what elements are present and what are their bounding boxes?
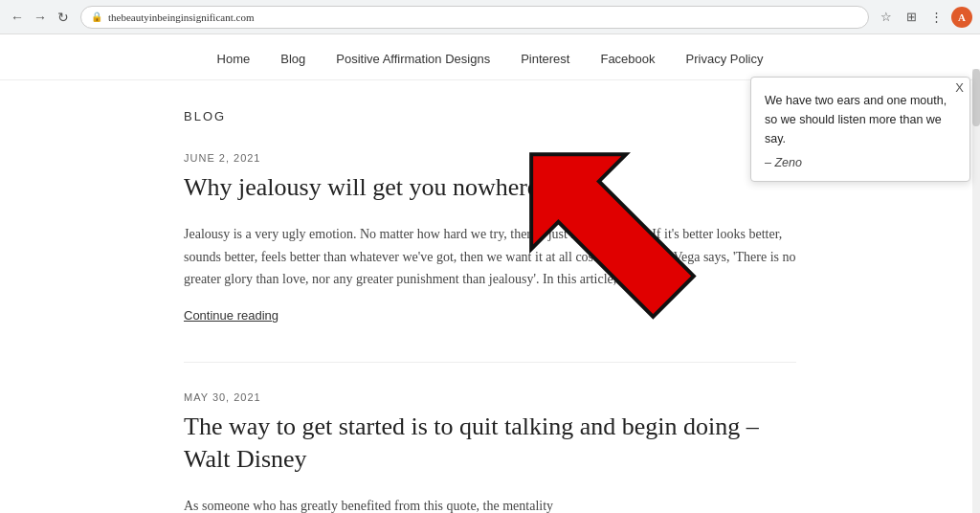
continue-reading-link[interactable]: Continue reading bbox=[184, 308, 278, 323]
nav-pinterest[interactable]: Pinterest bbox=[521, 52, 569, 66]
url-text: thebeautyinbeinginsignificant.com bbox=[108, 11, 254, 23]
quote-popup: X We have two ears and one mouth, so we … bbox=[750, 77, 970, 182]
lock-icon: 🔒 bbox=[91, 11, 102, 22]
post-divider bbox=[184, 362, 796, 363]
post-2-excerpt: As someone who has greatly benefited fro… bbox=[184, 495, 796, 513]
scrollbar-thumb[interactable] bbox=[972, 69, 980, 126]
nav-affirmations[interactable]: Positive Affirmation Designs bbox=[336, 52, 490, 66]
main-nav: Home Blog Positive Affirmation Designs P… bbox=[0, 34, 980, 80]
popup-attribution: – Zeno bbox=[765, 156, 956, 169]
post-1-title: Why jealousy will get you nowhere in lif… bbox=[184, 171, 796, 204]
popup-close-button[interactable]: X bbox=[955, 81, 964, 94]
browser-actions: ☆ ⊞ ⋮ A bbox=[877, 7, 972, 28]
post-2: MAY 30, 2021 The way to get started is t… bbox=[184, 391, 796, 513]
nav-privacy[interactable]: Privacy Policy bbox=[686, 52, 764, 66]
nav-home[interactable]: Home bbox=[217, 52, 251, 66]
nav-facebook[interactable]: Facebook bbox=[600, 52, 655, 66]
main-content: BLOG JUNE 2, 2021 Why jealousy will get … bbox=[165, 80, 815, 513]
address-bar[interactable]: 🔒 thebeautyinbeinginsignificant.com bbox=[80, 6, 869, 29]
nav-blog[interactable]: Blog bbox=[280, 52, 305, 66]
post-1-excerpt: Jealousy is a very ugly emotion. No matt… bbox=[184, 223, 796, 291]
menu-icon[interactable]: ⋮ bbox=[926, 8, 946, 27]
post-2-title: The way to get started is to quit talkin… bbox=[184, 411, 796, 476]
section-label: BLOG bbox=[184, 109, 796, 123]
refresh-button[interactable]: ↻ bbox=[54, 8, 73, 27]
nav-buttons: ← → ↻ bbox=[8, 8, 73, 27]
post-1-date: JUNE 2, 2021 bbox=[184, 152, 796, 164]
star-icon[interactable]: ☆ bbox=[877, 8, 896, 27]
back-button[interactable]: ← bbox=[8, 8, 27, 27]
browser-chrome: ← → ↻ 🔒 thebeautyinbeinginsignificant.co… bbox=[0, 0, 980, 34]
scrollbar[interactable] bbox=[972, 69, 980, 513]
extension-icon[interactable]: ⊞ bbox=[902, 8, 921, 27]
post-1: JUNE 2, 2021 Why jealousy will get you n… bbox=[184, 152, 796, 323]
forward-button[interactable]: → bbox=[31, 8, 50, 27]
popup-quote: We have two ears and one mouth, so we sh… bbox=[765, 91, 956, 148]
website-content: Home Blog Positive Affirmation Designs P… bbox=[0, 34, 980, 513]
post-2-date: MAY 30, 2021 bbox=[184, 391, 796, 403]
avatar[interactable]: A bbox=[951, 7, 972, 28]
